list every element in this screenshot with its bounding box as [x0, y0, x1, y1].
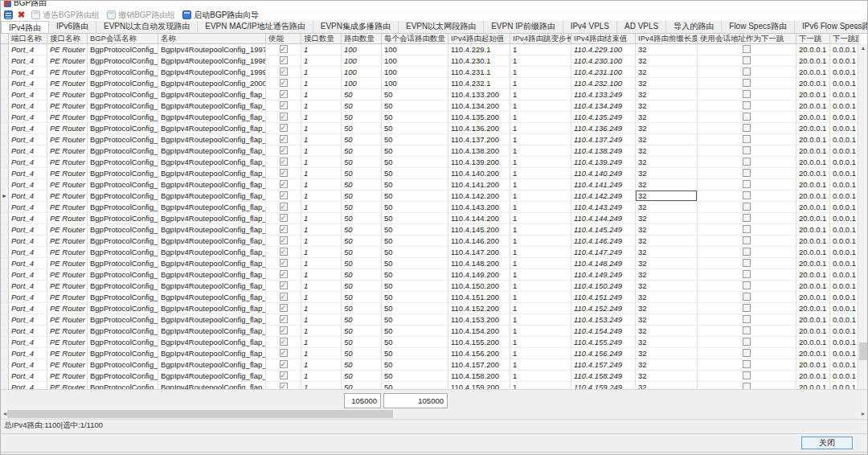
cell-interface[interactable]: PE Router 1 — [47, 44, 88, 55]
cell-name[interactable]: BgpIpv4RoutepoolConfig_1999 — [158, 67, 266, 78]
cell-per_session_count[interactable]: 50 — [382, 123, 448, 134]
cell-session[interactable]: BgpProtocolConfig_2 — [88, 314, 158, 326]
use_session_addr-checkbox[interactable] — [743, 326, 751, 334]
cell-per_session_count[interactable]: 50 — [382, 179, 448, 191]
cell-session[interactable]: BgpProtocolConfig_2 — [88, 78, 158, 89]
cell-route_count[interactable]: 50 — [342, 258, 382, 269]
cell-next_hop_step[interactable]: 0.0.0.1 — [830, 134, 859, 146]
enabled-checkbox-checked[interactable] — [280, 371, 288, 379]
cell-use_session_addr[interactable] — [698, 326, 796, 337]
cell-end[interactable]: 110.4.148.249 — [571, 258, 636, 269]
enabled-checkbox-checked[interactable] — [280, 360, 288, 368]
cell-interface[interactable]: PE Router 1 — [47, 292, 88, 303]
cell-use_session_addr[interactable] — [698, 100, 796, 112]
cell-interface_count[interactable]: 1 — [301, 382, 342, 389]
cell-port[interactable]: Port_4 — [9, 337, 47, 348]
cell-next_hop_step[interactable]: 0.0.0.1 — [830, 359, 859, 371]
use_session_addr-checkbox[interactable] — [743, 124, 751, 132]
cell-route_count[interactable]: 50 — [342, 337, 382, 348]
use_session_addr-checkbox[interactable] — [743, 349, 751, 357]
tab-导入的路由[interactable]: 导入的路由 — [666, 21, 722, 33]
cell-prefix_len[interactable]: 32 — [636, 179, 698, 191]
cell-session[interactable]: BgpProtocolConfig_2 — [88, 326, 158, 337]
cell-enabled[interactable] — [266, 359, 301, 371]
row-gutter[interactable] — [1, 359, 9, 371]
cell-interface_count[interactable]: 1 — [301, 314, 342, 326]
cell-use_session_addr[interactable] — [698, 224, 796, 236]
cell-step[interactable]: 1 — [510, 314, 571, 326]
row-gutter[interactable] — [1, 292, 9, 303]
cell-session[interactable]: BgpProtocolConfig_2 — [88, 100, 158, 112]
cell-prefix_len[interactable]: 32 — [636, 314, 698, 326]
table-row[interactable]: Port_4PE Router 1BgpProtocolConfig_2BgpI… — [1, 314, 859, 326]
cell-name[interactable]: BgpIpv4RoutepoolConfig_flap_2006 — [158, 146, 266, 157]
cell-start[interactable]: 110.4.136.200 — [448, 123, 510, 134]
cell-next_hop[interactable]: 20.0.0.1 — [796, 146, 830, 157]
cell-enabled[interactable] — [266, 348, 301, 359]
cell-use_session_addr[interactable] — [698, 258, 796, 269]
cell-interface[interactable]: PE Router 1 — [47, 78, 88, 89]
cell-session[interactable]: BgpProtocolConfig_2 — [88, 292, 158, 303]
cell-per_session_count[interactable]: 50 — [382, 269, 448, 281]
cell-step[interactable]: 1 — [510, 112, 571, 123]
cell-prefix_len[interactable]: 32 — [636, 258, 698, 269]
cell-enabled[interactable] — [266, 236, 301, 247]
table-row[interactable]: Port_4PE Router 1BgpProtocolConfig_2BgpI… — [1, 224, 859, 236]
cell-prefix_len[interactable]: 32 — [636, 146, 698, 157]
cell-port[interactable]: Port_4 — [9, 303, 47, 314]
cell-prefix_len[interactable]: 32 — [636, 236, 698, 247]
cell-route_count[interactable]: 100 — [342, 55, 382, 67]
cell-name[interactable]: BgpIpv4RoutepoolConfig_flap_2027 — [158, 382, 266, 389]
cell-next_hop_step[interactable]: 0.0.0.1 — [830, 269, 859, 281]
cell-route_count[interactable]: 50 — [342, 134, 382, 146]
cell-end[interactable]: 110.4.139.249 — [571, 157, 636, 168]
cell-use_session_addr[interactable] — [698, 67, 796, 78]
enabled-checkbox-checked[interactable] — [280, 135, 288, 143]
cell-next_hop[interactable]: 20.0.0.1 — [796, 213, 830, 224]
cell-prefix_len[interactable]: 32 — [636, 348, 698, 359]
cell-use_session_addr[interactable] — [698, 179, 796, 191]
tab-scroll-right-icon[interactable]: ▸ — [862, 23, 866, 31]
cell-next_hop_step[interactable]: 0.0.0.1 — [830, 89, 859, 100]
cell-port[interactable]: Port_4 — [9, 112, 47, 123]
cell-prefix_len[interactable]: 32 — [636, 67, 698, 78]
column-header-use_session_addr[interactable]: 使用会话地址作为下一跳 — [698, 34, 796, 44]
cell-interface_count[interactable]: 1 — [301, 44, 342, 55]
cell-next_hop[interactable]: 20.0.0.1 — [796, 371, 830, 382]
table-row[interactable]: Port_4PE Router 1BgpProtocolConfig_2BgpI… — [1, 157, 859, 168]
cell-route_count[interactable]: 50 — [342, 191, 382, 202]
cell-route_count[interactable]: 100 — [342, 44, 382, 55]
enabled-checkbox-checked[interactable] — [280, 101, 288, 109]
use_session_addr-checkbox[interactable] — [743, 56, 751, 64]
cell-port[interactable]: Port_4 — [9, 55, 47, 67]
cell-use_session_addr[interactable] — [698, 112, 796, 123]
cell-next_hop_step[interactable]: 0.0.0.1 — [830, 213, 859, 224]
cell-step[interactable]: 1 — [510, 55, 571, 67]
start-bgp-route-wizard-button[interactable]: 启动BGP路由向导 — [181, 9, 260, 22]
table-row[interactable]: Port_4PE Router 1BgpProtocolConfig_2BgpI… — [1, 168, 859, 179]
cell-route_count[interactable]: 50 — [342, 89, 382, 100]
cell-prefix_len[interactable]: 32 — [636, 44, 698, 55]
cell-session[interactable]: BgpProtocolConfig_2 — [88, 213, 158, 224]
cell-interface_count[interactable]: 1 — [301, 348, 342, 359]
cell-per_session_count[interactable]: 50 — [382, 191, 448, 202]
cell-end[interactable]: 110.4.143.249 — [571, 202, 636, 213]
cell-interface[interactable]: PE Router 1 — [47, 303, 88, 314]
cell-name[interactable]: BgpIpv4RoutepoolConfig_1998 — [158, 55, 266, 67]
cell-next_hop[interactable]: 20.0.0.1 — [796, 123, 830, 134]
cell-use_session_addr[interactable] — [698, 382, 796, 389]
cell-port[interactable]: Port_4 — [9, 67, 47, 78]
table-row[interactable]: Port_4PE Router 1BgpProtocolConfig_2BgpI… — [1, 213, 859, 224]
cell-per_session_count[interactable]: 50 — [382, 303, 448, 314]
table-row[interactable]: Port_4PE Router 1BgpProtocolConfig_2BgpI… — [1, 382, 859, 389]
cell-name[interactable]: BgpIpv4RoutepoolConfig_flap_2015 — [158, 247, 266, 258]
enabled-checkbox-checked[interactable] — [280, 248, 288, 256]
cell-step[interactable]: 1 — [510, 337, 571, 348]
cell-start[interactable]: 110.4.151.200 — [448, 292, 510, 303]
cell-start[interactable]: 110.4.157.200 — [448, 359, 510, 371]
cell-per_session_count[interactable]: 50 — [382, 89, 448, 100]
column-header-per_session_count[interactable]: 每个会话路由数量 — [382, 34, 448, 44]
cell-interface[interactable]: PE Router 1 — [47, 258, 88, 269]
cell-per_session_count[interactable]: 50 — [382, 359, 448, 371]
cell-end[interactable]: 110.4.149.249 — [571, 269, 636, 281]
